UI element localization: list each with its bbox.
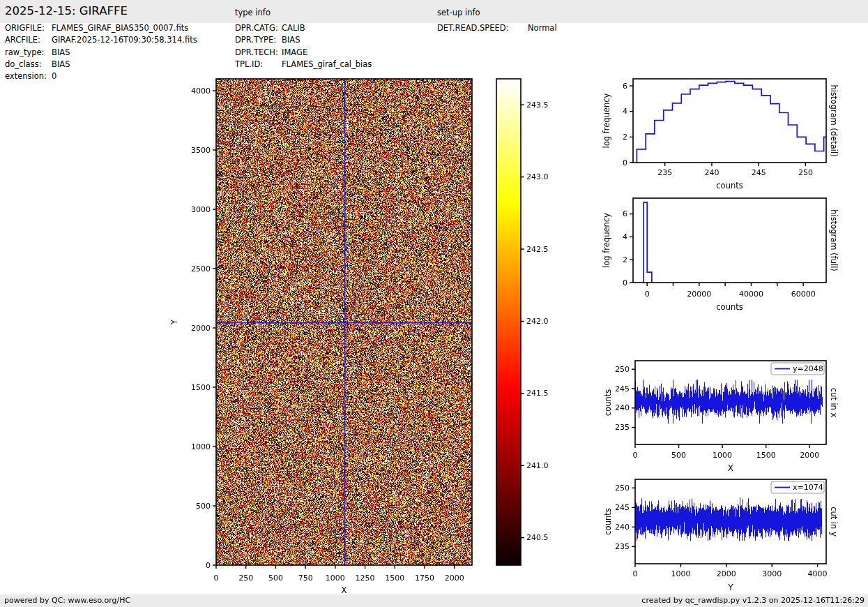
svg-text:2000: 2000 xyxy=(445,574,464,583)
svg-text:235: 235 xyxy=(657,168,672,177)
info-label: ORIGFILE: xyxy=(5,23,52,33)
cut_x-side-label: cut in x xyxy=(829,388,839,418)
svg-text:245: 245 xyxy=(615,503,630,512)
svg-text:250: 250 xyxy=(238,574,253,583)
svg-text:240.5: 240.5 xyxy=(526,533,549,542)
svg-text:40000: 40000 xyxy=(739,290,763,299)
info-value: 0 xyxy=(52,71,56,81)
info-label: DPR.TYPE: xyxy=(235,35,282,45)
image-xlabel: X xyxy=(342,585,347,595)
svg-text:241.0: 241.0 xyxy=(526,461,549,470)
cut_y-noise-line xyxy=(636,497,822,541)
info-label: DPR.TECH: xyxy=(235,47,282,57)
info-label: extension: xyxy=(5,71,52,81)
footer-created-by: created by qc_rawdisp.py v1.2.3 on 2025-… xyxy=(641,596,865,605)
svg-text:2000: 2000 xyxy=(800,451,819,460)
info-row: ARCFILE:GIRAF.2025-12-16T09:30:58.314.fi… xyxy=(5,35,197,47)
svg-text:243.5: 243.5 xyxy=(526,100,549,110)
svg-text:2: 2 xyxy=(623,133,627,142)
svg-text:500: 500 xyxy=(196,502,211,511)
svg-text:1000: 1000 xyxy=(671,569,690,578)
svg-text:235: 235 xyxy=(615,423,630,432)
svg-text:1000: 1000 xyxy=(191,442,211,451)
svg-text:20000: 20000 xyxy=(687,290,711,299)
info-value: BIAS xyxy=(282,35,300,45)
type-info-list: DPR.CATG:CALIBDPR.TYPE:BIASDPR.TECH:IMAG… xyxy=(235,23,372,71)
info-row: DPR.TYPE:BIAS xyxy=(235,35,372,47)
svg-text:0: 0 xyxy=(214,574,219,583)
svg-text:1000: 1000 xyxy=(713,451,732,460)
info-row: DET.READ.SPEED:Normal xyxy=(437,23,557,35)
hist_full-xlabel: counts xyxy=(716,302,743,312)
svg-text:1250: 1250 xyxy=(356,574,375,583)
header-band xyxy=(0,0,868,23)
cut_y-legend-label: x=1074 xyxy=(793,483,823,492)
svg-text:3500: 3500 xyxy=(191,146,211,155)
svg-text:3000: 3000 xyxy=(191,205,211,214)
svg-text:1000: 1000 xyxy=(326,574,345,583)
cut_y-side-label: cut in y xyxy=(829,507,839,537)
svg-text:4000: 4000 xyxy=(808,569,828,578)
cut_y-legend: x=1074 xyxy=(771,481,824,493)
colorbar-gradient xyxy=(496,79,521,565)
hist_detail-xlabel: counts xyxy=(716,181,743,190)
cut_y-xlabel: Y xyxy=(727,583,733,592)
hist_full-step-line xyxy=(644,202,652,283)
info-value: GIRAF.2025-12-16T09:30:58.314.fits xyxy=(52,35,197,45)
setup-info-list: DET.READ.SPEED:Normal xyxy=(437,23,557,35)
qc-report-page: 2025-12-15: GIRAFFE type info set-up inf… xyxy=(0,0,868,607)
svg-text:4000: 4000 xyxy=(191,87,211,96)
svg-text:2000: 2000 xyxy=(191,324,211,333)
footer-powered-by: powered by QC: www.eso.org/HC xyxy=(4,596,130,605)
svg-text:3000: 3000 xyxy=(762,569,782,578)
svg-text:240: 240 xyxy=(615,523,630,532)
svg-text:1500: 1500 xyxy=(756,451,776,460)
svg-text:245: 245 xyxy=(615,384,630,394)
info-row: extension:0 xyxy=(5,71,197,83)
image-ylabel: Y xyxy=(169,319,179,325)
info-label: ARCFILE: xyxy=(5,35,52,45)
info-row: TPL.ID:FLAMES_giraf_cal_bias xyxy=(235,59,372,71)
svg-text:235: 235 xyxy=(615,542,630,551)
cut_x-legend: y=2048 xyxy=(771,363,824,375)
svg-text:240: 240 xyxy=(704,168,719,177)
svg-text:6: 6 xyxy=(623,82,627,91)
svg-text:2: 2 xyxy=(623,255,627,264)
svg-text:500: 500 xyxy=(671,451,686,460)
hist_full-side-label: histogram (full) xyxy=(829,209,839,271)
svg-text:0: 0 xyxy=(623,278,627,287)
svg-text:60000: 60000 xyxy=(791,290,816,299)
svg-text:245: 245 xyxy=(752,168,766,177)
svg-text:242.0: 242.0 xyxy=(526,317,549,326)
cut_x-axes: 0500100015002000235240245250Xcountscut i… xyxy=(603,361,839,473)
info-row: ORIGFILE:FLAMES_GIRAF_BIAS350_0007.fits xyxy=(5,23,197,35)
hist_full-ylabel: log frequency xyxy=(602,213,611,268)
svg-text:1750: 1750 xyxy=(415,574,434,583)
cut_x-noise-line xyxy=(636,380,823,424)
type-info-heading: type info xyxy=(235,8,271,17)
svg-text:0: 0 xyxy=(633,569,638,578)
info-label: DET.READ.SPEED: xyxy=(437,23,528,33)
svg-text:1500: 1500 xyxy=(385,574,404,583)
cut_x-legend-label: y=2048 xyxy=(793,364,823,373)
svg-text:243.0: 243.0 xyxy=(526,172,549,181)
svg-text:240: 240 xyxy=(615,403,630,412)
svg-text:0: 0 xyxy=(633,451,638,460)
info-label: do_class: xyxy=(5,59,52,69)
hist_full-axes: 02000040000600000246countslog frequencyh… xyxy=(602,198,839,312)
cut_y-ylabel: counts xyxy=(603,508,613,534)
svg-text:1500: 1500 xyxy=(191,383,211,392)
cut_x-xlabel: X xyxy=(728,463,733,473)
svg-text:0: 0 xyxy=(623,158,627,167)
hist_detail-step-line xyxy=(637,82,826,163)
raw-image-heatmap xyxy=(216,79,472,565)
hist_detail-axes: 2352402452500246countslog frequencyhisto… xyxy=(602,79,839,190)
svg-text:250: 250 xyxy=(615,484,630,493)
svg-text:2000: 2000 xyxy=(717,569,736,578)
info-row: raw_type:BIAS xyxy=(5,47,197,59)
file-info-list: ORIGFILE:FLAMES_GIRAF_BIAS350_0007.fitsA… xyxy=(5,23,197,83)
info-label: TPL.ID: xyxy=(235,59,282,69)
svg-text:4: 4 xyxy=(623,232,627,241)
svg-text:500: 500 xyxy=(268,574,283,583)
info-value: CALIB xyxy=(282,23,305,33)
